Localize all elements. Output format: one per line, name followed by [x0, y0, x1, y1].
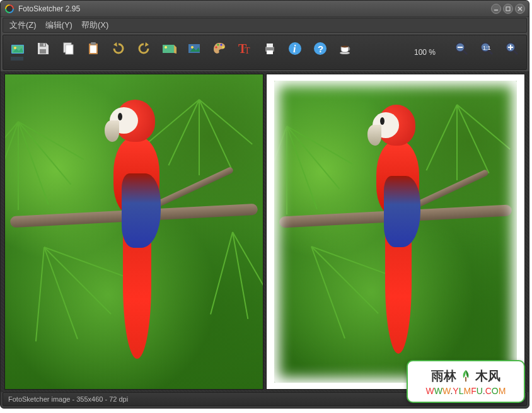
help-icon: ? — [312, 40, 328, 57]
watermark-url: WWW.YLMFU.COM — [426, 386, 506, 396]
info-icon: i — [287, 40, 303, 57]
coffee-icon — [337, 40, 354, 57]
save-icon — [35, 40, 51, 57]
svg-point-7 — [14, 47, 16, 49]
open-button[interactable] — [8, 38, 27, 67]
svg-rect-46 — [465, 377, 466, 381]
paste-button[interactable] — [84, 38, 103, 67]
palette-icon — [211, 40, 228, 57]
close-button[interactable] — [515, 4, 525, 14]
maximize-button[interactable] — [503, 4, 513, 14]
paste-icon — [85, 40, 101, 57]
svg-rect-17 — [163, 45, 174, 53]
effects-button[interactable] — [159, 38, 178, 67]
svg-point-35 — [341, 46, 349, 48]
svg-text:1:1: 1:1 — [483, 45, 491, 51]
text-button[interactable]: TT — [235, 38, 254, 67]
svg-rect-11 — [43, 44, 45, 46]
minimize-button[interactable] — [491, 4, 501, 14]
save-button[interactable] — [33, 38, 52, 67]
sketch-image-panel[interactable] — [266, 74, 525, 390]
svg-rect-15 — [91, 42, 96, 45]
donate-button[interactable] — [336, 38, 355, 67]
palette-button[interactable] — [210, 38, 229, 67]
menubar: 文件(Z) 编辑(Y) 帮助(X) — [3, 18, 527, 33]
original-image-panel[interactable] — [4, 74, 263, 390]
menu-edit[interactable]: 编辑(Y) — [42, 18, 76, 32]
svg-point-24 — [223, 47, 224, 49]
svg-rect-13 — [66, 45, 73, 54]
source-image-icon — [186, 40, 202, 57]
zoom-out-button[interactable] — [452, 38, 471, 67]
status-text: FotoSketcher image - 355x460 - 72 dpi — [8, 395, 128, 403]
source-button[interactable] — [185, 38, 204, 67]
text-tool-icon: TT — [236, 40, 253, 57]
svg-line-41 — [489, 50, 492, 54]
svg-text:i: i — [293, 44, 296, 54]
app-window: FotoSketcher 2.95 文件(Z) 编辑(Y) 帮助(X) TT i… — [0, 0, 529, 409]
svg-rect-10 — [40, 49, 46, 54]
svg-point-20 — [191, 46, 194, 49]
svg-rect-28 — [267, 44, 273, 47]
zoom-in-button[interactable] — [502, 38, 521, 67]
watermark-brand-right: 木风 — [475, 368, 500, 385]
copy-icon — [60, 40, 76, 57]
svg-rect-9 — [40, 43, 46, 47]
help-button[interactable]: ? — [311, 38, 330, 67]
info-button[interactable]: i — [286, 38, 304, 67]
svg-point-22 — [217, 44, 219, 46]
zoom-in-icon — [504, 40, 520, 57]
effects-icon — [161, 40, 177, 57]
toolbar: TT i ? 100 % 1:1 — [3, 35, 527, 70]
watermark-badge: 雨林 木风 WWW.YLMFU.COM — [407, 360, 525, 403]
svg-text:?: ? — [318, 44, 323, 54]
menu-help[interactable]: 帮助(X) — [78, 18, 112, 32]
workspace — [1, 71, 529, 392]
svg-rect-2 — [506, 7, 510, 11]
menu-file[interactable]: 文件(Z) — [6, 18, 40, 32]
print-button[interactable] — [260, 38, 279, 67]
svg-point-23 — [221, 44, 223, 46]
sketch-image — [274, 81, 516, 383]
titlebar: FotoSketcher 2.95 — [1, 1, 529, 17]
svg-rect-16 — [90, 45, 96, 53]
redo-icon — [136, 40, 152, 57]
parrot-subject — [103, 100, 170, 364]
svg-rect-8 — [11, 57, 23, 61]
window-title: FotoSketcher 2.95 — [18, 4, 491, 13]
watermark-brand-left: 雨林 — [431, 368, 456, 385]
leaf-icon — [459, 369, 473, 383]
app-icon — [4, 4, 14, 14]
svg-point-18 — [165, 46, 167, 49]
svg-line-45 — [514, 50, 518, 54]
svg-rect-29 — [267, 50, 273, 54]
zoom-level-label: 100 % — [414, 48, 436, 57]
svg-line-38 — [463, 50, 467, 54]
zoom-fit-button[interactable]: 1:1 — [477, 38, 496, 67]
undo-icon — [110, 40, 127, 57]
zoom-fit-icon: 1:1 — [478, 40, 495, 57]
undo-button[interactable] — [109, 38, 128, 67]
svg-text:T: T — [245, 46, 250, 55]
print-icon — [262, 40, 278, 57]
redo-button[interactable] — [134, 38, 153, 67]
zoom-out-icon — [453, 40, 470, 57]
open-image-icon — [9, 40, 26, 57]
original-image — [5, 74, 263, 389]
svg-point-21 — [216, 47, 217, 49]
copy-button[interactable] — [59, 38, 78, 67]
